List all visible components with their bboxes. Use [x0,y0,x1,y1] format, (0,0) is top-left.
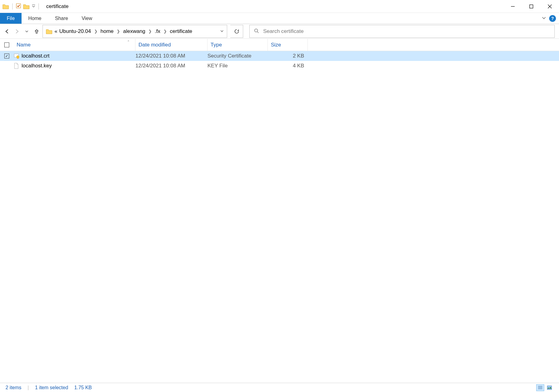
new-folder-icon[interactable] [23,4,30,9]
svg-rect-3 [530,5,533,8]
tab-view[interactable]: View [75,13,99,24]
minimize-button[interactable] [504,0,522,13]
svg-point-6 [255,29,258,32]
search-box[interactable] [249,25,555,38]
navigation-row: « Ubuntu-20.04 ❯ home ❯ alexwang ❯ .fx ❯… [0,24,559,39]
svg-rect-0 [16,4,21,8]
quick-access-toolbar [0,0,42,13]
separator: | [28,385,29,390]
svg-rect-1 [32,5,35,5]
breadcrumb-item[interactable]: certificate [170,28,192,34]
sort-asc-icon: ⌃ [127,40,130,43]
close-button[interactable] [541,0,559,13]
file-row[interactable]: localhost.key 12/24/2021 10:08 AM KEY Fi… [0,61,559,71]
tab-file[interactable]: File [0,13,22,24]
separator [38,3,39,10]
chevron-right-icon[interactable]: ❯ [117,29,120,34]
status-selection: 1 item selected [35,385,68,390]
details-view-button[interactable] [536,384,544,391]
tab-share[interactable]: Share [48,13,75,24]
file-row[interactable]: localhost.crt 12/24/2021 10:08 AM Securi… [0,51,559,61]
search-input[interactable] [263,28,550,34]
folder-icon [2,4,9,9]
column-header-checkbox[interactable] [0,39,14,51]
file-name: localhost.crt [22,53,135,59]
select-all-checkbox[interactable] [4,42,9,47]
column-header-type[interactable]: Type [207,39,268,51]
title-bar: certificate [0,0,559,13]
status-bar: 2 items | 1 item selected 1.75 KB [0,383,559,392]
breadcrumb-prefix: « [54,28,57,34]
row-checkbox[interactable] [4,54,9,58]
separator [12,3,13,10]
search-icon [254,28,259,34]
file-name: localhost.key [22,63,135,69]
back-button[interactable] [4,29,10,34]
file-list: localhost.crt 12/24/2021 10:08 AM Securi… [0,51,559,71]
column-header-name[interactable]: Name⌃ [14,39,135,51]
help-button[interactable]: ? [549,15,556,22]
file-list-area: Name⌃ Date modified Type Size localhost.… [0,39,559,383]
up-button[interactable] [34,29,39,34]
file-date: 12/24/2021 10:08 AM [135,63,207,69]
file-size: 4 KB [268,63,308,69]
properties-icon[interactable] [16,3,21,10]
column-header-size[interactable]: Size [268,39,308,51]
tab-home[interactable]: Home [22,13,48,24]
file-date: 12/24/2021 10:08 AM [135,53,207,59]
refresh-button[interactable] [230,25,243,38]
maximize-button[interactable] [522,0,541,13]
thumbnails-view-button[interactable] [545,384,553,391]
window-title: certificate [46,3,69,10]
file-type: Security Certificate [207,53,268,59]
chevron-right-icon[interactable]: ❯ [148,29,152,34]
breadcrumb-item[interactable]: home [101,28,114,34]
certificate-icon [14,53,20,59]
status-item-count: 2 items [6,385,22,390]
address-bar[interactable]: « Ubuntu-20.04 ❯ home ❯ alexwang ❯ .fx ❯… [42,25,227,38]
svg-point-9 [17,56,19,58]
ribbon: File Home Share View ? [0,13,559,24]
qat-dropdown-icon[interactable] [32,4,35,9]
column-headers: Name⌃ Date modified Type Size [0,39,559,51]
file-type: KEY File [207,63,268,69]
ribbon-collapse-icon[interactable] [542,16,546,21]
chevron-right-icon[interactable]: ❯ [163,29,167,34]
column-header-date[interactable]: Date modified [135,39,207,51]
breadcrumb-item[interactable]: alexwang [123,28,145,34]
status-size: 1.75 KB [74,385,92,390]
recent-dropdown-icon[interactable] [24,29,30,34]
file-size: 2 KB [268,53,308,59]
svg-line-7 [257,32,259,33]
chevron-right-icon[interactable]: ❯ [94,29,98,34]
address-dropdown-icon[interactable] [220,28,224,34]
breadcrumb-item[interactable]: Ubuntu-20.04 [59,28,91,34]
window-controls [504,0,559,13]
forward-button[interactable] [14,29,20,34]
folder-icon [46,29,53,34]
file-icon [14,63,19,69]
breadcrumb-item[interactable]: .fx [155,28,160,34]
